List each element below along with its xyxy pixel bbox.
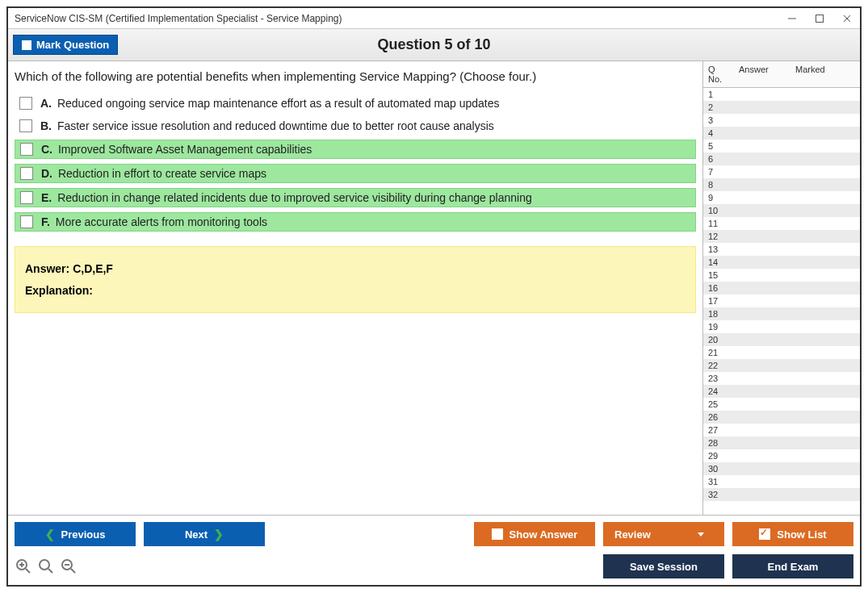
question-list-row[interactable]: 12: [703, 230, 860, 243]
zoom-controls: [15, 558, 78, 574]
window-controls: [786, 12, 853, 25]
end-exam-button[interactable]: End Exam: [732, 554, 853, 578]
question-list-row[interactable]: 5: [703, 140, 860, 152]
svg-point-8: [40, 560, 49, 570]
review-label: Review: [614, 528, 651, 541]
show-list-label: Show List: [777, 528, 826, 541]
zoom-in-icon[interactable]: [15, 558, 32, 574]
svg-rect-1: [816, 15, 824, 22]
question-list-panel: Q No. Answer Marked 12345678910111213141…: [702, 61, 860, 515]
header-bar: Mark Question Question 5 of 10: [8, 29, 860, 61]
question-list-row[interactable]: 17: [703, 294, 860, 307]
question-list-row[interactable]: 18: [703, 307, 860, 320]
question-list-row[interactable]: 6: [703, 152, 860, 165]
question-list-row[interactable]: 30: [703, 462, 860, 475]
option-text: C. Improved Software Asset Management ca…: [41, 143, 312, 156]
question-list-row[interactable]: 10: [703, 204, 860, 217]
body: Which of the following are potential ben…: [8, 61, 860, 515]
question-list-row[interactable]: 2: [703, 101, 860, 114]
checkbox-icon[interactable]: [20, 191, 33, 204]
svg-line-11: [71, 569, 75, 573]
answer-option[interactable]: C. Improved Software Asset Management ca…: [15, 140, 696, 159]
question-list-row[interactable]: 7: [703, 165, 860, 178]
svg-line-5: [26, 569, 30, 573]
col-header-marked: Marked: [790, 61, 860, 87]
next-label: Next: [185, 528, 208, 541]
options-list: A. Reduced ongoing service map maintenan…: [15, 94, 696, 232]
question-list-row[interactable]: 23: [703, 372, 860, 385]
question-list-row[interactable]: 27: [703, 424, 860, 436]
checkbox-icon[interactable]: [20, 167, 33, 180]
maximize-icon[interactable]: [813, 12, 826, 25]
checkbox-icon: [22, 40, 31, 50]
question-list-row[interactable]: 11: [703, 217, 860, 230]
chevron-down-icon: [698, 532, 704, 537]
question-list-row[interactable]: 19: [703, 320, 860, 333]
question-list-row[interactable]: 9: [703, 191, 860, 204]
checkbox-checked-icon: [759, 528, 770, 540]
question-list-row[interactable]: 4: [703, 127, 860, 140]
col-header-answer: Answer: [734, 61, 790, 87]
question-list-row[interactable]: 28: [703, 436, 860, 449]
option-text: B. Faster service issue resolution and r…: [40, 119, 494, 132]
minimize-icon[interactable]: [786, 12, 799, 25]
question-list-row[interactable]: 21: [703, 346, 860, 359]
question-list-row[interactable]: 25: [703, 398, 860, 411]
checkbox-icon: [492, 528, 503, 540]
question-list-row[interactable]: 14: [703, 256, 860, 269]
checkbox-icon[interactable]: [19, 97, 32, 110]
save-session-label: Save Session: [630, 561, 698, 573]
question-list-row[interactable]: 22: [703, 359, 860, 372]
show-answer-button[interactable]: Show Answer: [474, 522, 595, 546]
mark-question-label: Mark Question: [36, 39, 109, 51]
close-icon[interactable]: [841, 12, 853, 25]
next-button[interactable]: Next ❯: [144, 522, 265, 546]
svg-line-9: [48, 569, 52, 573]
previous-button[interactable]: ❮ Previous: [15, 522, 136, 546]
show-answer-label: Show Answer: [509, 528, 578, 541]
question-list-row[interactable]: 1: [703, 88, 860, 101]
checkbox-icon[interactable]: [19, 119, 32, 132]
answer-option[interactable]: B. Faster service issue resolution and r…: [15, 117, 696, 135]
question-list-row[interactable]: 3: [703, 114, 860, 127]
answer-option[interactable]: E. Reduction in change related incidents…: [15, 188, 696, 207]
explanation-label: Explanation:: [25, 284, 93, 297]
answer-option[interactable]: F. More accurate alerts from monitoring …: [15, 212, 696, 232]
col-header-qno: Q No.: [703, 61, 734, 87]
question-list-row[interactable]: 13: [703, 243, 860, 256]
show-list-button[interactable]: Show List: [732, 522, 853, 546]
question-list-row[interactable]: 29: [703, 449, 860, 462]
mark-question-button[interactable]: Mark Question: [13, 35, 118, 55]
checkbox-icon[interactable]: [20, 143, 33, 156]
chevron-left-icon: ❮: [45, 528, 55, 541]
question-list-row[interactable]: 26: [703, 411, 860, 424]
app-window: ServiceNow CIS-SM (Certified Implementat…: [6, 6, 862, 587]
question-list-row[interactable]: 32: [703, 488, 860, 501]
footer-row-1: ❮ Previous Next ❯ Show Answer Review Sho…: [15, 522, 853, 546]
question-list-row[interactable]: 15: [703, 269, 860, 282]
question-text: Which of the following are potential ben…: [15, 69, 696, 83]
option-text: E. Reduction in change related incidents…: [41, 191, 532, 204]
option-text: F. More accurate alerts from monitoring …: [41, 215, 267, 228]
titlebar: ServiceNow CIS-SM (Certified Implementat…: [8, 8, 860, 29]
question-list-row[interactable]: 24: [703, 385, 860, 398]
window-title: ServiceNow CIS-SM (Certified Implementat…: [15, 13, 786, 24]
answer-label: Answer:: [25, 262, 69, 275]
previous-label: Previous: [61, 528, 106, 541]
checkbox-icon[interactable]: [20, 215, 33, 228]
question-list-row[interactable]: 8: [703, 178, 860, 191]
answer-value: C,D,E,F: [73, 262, 113, 275]
question-list-row[interactable]: 31: [703, 475, 860, 488]
chevron-right-icon: ❯: [214, 528, 224, 541]
footer-row-2: Save Session End Exam: [15, 554, 853, 578]
question-list-row[interactable]: 20: [703, 333, 860, 346]
review-button[interactable]: Review: [603, 522, 724, 546]
save-session-button[interactable]: Save Session: [603, 554, 724, 578]
question-list-row[interactable]: 16: [703, 282, 860, 294]
zoom-out-icon[interactable]: [60, 558, 78, 574]
option-text: D. Reduction in effort to create service…: [41, 167, 266, 180]
answer-option[interactable]: A. Reduced ongoing service map maintenan…: [15, 94, 696, 112]
question-list-body[interactable]: 1234567891011121314151617181920212223242…: [703, 88, 860, 515]
answer-option[interactable]: D. Reduction in effort to create service…: [15, 164, 696, 183]
zoom-icon[interactable]: [37, 558, 55, 574]
